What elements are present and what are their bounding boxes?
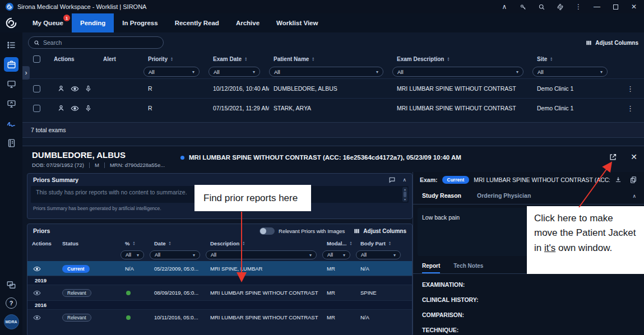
modality-filter[interactable]: All▾ bbox=[322, 250, 350, 259]
row-checkbox[interactable] bbox=[33, 105, 40, 112]
report-field-comparison: COMPARISON: bbox=[422, 312, 479, 318]
search-icon[interactable] bbox=[537, 2, 546, 11]
collapse-chevron-icon[interactable]: ∧ bbox=[632, 193, 636, 199]
relevant-priors-toggle[interactable] bbox=[260, 227, 275, 235]
sort-icon[interactable]: ▲▼ bbox=[349, 241, 352, 245]
viewer-monitor-icon[interactable] bbox=[4, 77, 18, 91]
search-input[interactable] bbox=[43, 39, 158, 46]
chevron-down-icon: ▾ bbox=[253, 69, 255, 75]
tab-pending[interactable]: Pending bbox=[72, 13, 114, 32]
prior-row-current[interactable]: Current N/A 05/22/2009, 05:0... MRI SPIN… bbox=[27, 261, 412, 276]
download-report-icon[interactable] bbox=[614, 176, 622, 184]
displays-icon[interactable] bbox=[4, 278, 18, 292]
tab-study-reason[interactable]: Study Reason bbox=[422, 192, 461, 204]
col-modality: Modal...▲▼ bbox=[322, 240, 356, 246]
view-prior-icon[interactable] bbox=[33, 314, 41, 322]
row-menu-icon[interactable]: ⋮ bbox=[617, 85, 644, 93]
col-exam-description: Exam Description▲▼ bbox=[392, 56, 532, 62]
tab-ordering-physician[interactable]: Ordering Physician bbox=[477, 192, 531, 204]
chevron-down-icon: ▾ bbox=[376, 69, 378, 75]
row-checkbox[interactable] bbox=[33, 85, 40, 92]
date-filter[interactable]: All▾ bbox=[150, 250, 200, 259]
row-menu-icon[interactable]: ⋮ bbox=[617, 104, 644, 113]
priority-filter[interactable]: All▾ bbox=[143, 67, 200, 77]
worklist-row[interactable]: R 10/12/2016, 10:40 AM DUMBLEDORE, ALBUS… bbox=[22, 78, 644, 98]
sirona-logo-icon[interactable] bbox=[5, 17, 17, 29]
search-box[interactable] bbox=[28, 36, 164, 49]
signature-icon[interactable] bbox=[4, 116, 18, 131]
sort-icon[interactable]: ▲▼ bbox=[242, 241, 245, 245]
browser-menu-icon[interactable]: ⋮ bbox=[574, 2, 583, 11]
help-icon[interactable]: ? bbox=[6, 297, 17, 309]
col-patient-name: Patient Name▲▼ bbox=[269, 56, 392, 62]
patient-name-filter[interactable]: All▾ bbox=[269, 67, 383, 77]
tab-tech-notes[interactable]: Tech Notes bbox=[453, 263, 483, 273]
collapse-chevron-icon[interactable]: ∧ bbox=[402, 177, 406, 183]
percent-filter[interactable]: All▾ bbox=[121, 250, 144, 259]
tab-report[interactable]: Report bbox=[422, 263, 440, 273]
sort-icon[interactable]: ▲▼ bbox=[447, 57, 450, 61]
copy-report-icon[interactable] bbox=[629, 176, 637, 184]
exam-date-filter[interactable]: All▾ bbox=[209, 67, 260, 77]
tab-label: Recently Read bbox=[175, 20, 219, 26]
tab-worklist-view[interactable]: Worklist View bbox=[268, 13, 326, 32]
view-prior-icon[interactable] bbox=[33, 289, 41, 297]
tab-in-progress[interactable]: In Progress bbox=[114, 13, 166, 32]
close-jacket-icon[interactable]: ✕ bbox=[631, 152, 637, 161]
sort-icon[interactable]: ▲▼ bbox=[132, 241, 135, 245]
sort-icon[interactable]: ▲▼ bbox=[170, 57, 173, 61]
scrollbar[interactable]: ▲▼ bbox=[402, 187, 407, 202]
body-part-filter[interactable]: All▾ bbox=[356, 250, 401, 259]
site-filter[interactable]: All▾ bbox=[532, 67, 608, 77]
extensions-icon[interactable] bbox=[555, 2, 564, 11]
sort-icon[interactable]: ▲▼ bbox=[550, 57, 553, 61]
my-queue-count-badge: 1 bbox=[63, 15, 70, 21]
modality-value: MR bbox=[322, 290, 356, 296]
adjust-columns-button[interactable]: Adjust Columns bbox=[586, 40, 638, 46]
description-filter[interactable]: All▾ bbox=[206, 250, 317, 259]
description-value: MRI LUMBAR SPINE WITHOUT CONTRAST bbox=[206, 314, 322, 320]
col-actions: Actions bbox=[49, 56, 103, 62]
select-all-checkbox[interactable] bbox=[33, 55, 40, 63]
dictate-mic-icon[interactable] bbox=[85, 85, 92, 92]
tab-my-queue[interactable]: My Queue 1 bbox=[24, 13, 72, 32]
worklist-row[interactable]: R 07/15/2021, 11:29 AM STARK, ARYA MRI L… bbox=[22, 98, 644, 118]
maximize-button[interactable] bbox=[611, 2, 620, 11]
exam-description-filter[interactable]: All▾ bbox=[392, 67, 523, 77]
sort-icon[interactable]: ▲▼ bbox=[169, 241, 172, 245]
view-exam-icon[interactable] bbox=[71, 85, 79, 93]
passwords-key-icon[interactable] bbox=[518, 2, 527, 11]
assign-user-icon[interactable] bbox=[57, 85, 65, 92]
close-button[interactable]: ✕ bbox=[629, 2, 638, 11]
share-screen-icon[interactable] bbox=[4, 96, 18, 111]
dictate-mic-icon[interactable] bbox=[85, 105, 92, 112]
sort-icon[interactable]: ▲▼ bbox=[312, 57, 314, 61]
mdra-avatar[interactable]: MDRA bbox=[4, 314, 19, 329]
sort-icon[interactable]: ▲▼ bbox=[388, 241, 391, 245]
percent-value: N/A bbox=[121, 266, 150, 272]
sort-icon[interactable]: ▲▼ bbox=[244, 57, 247, 61]
tab-recently-read[interactable]: Recently Read bbox=[166, 13, 228, 32]
priors-adjust-columns-button[interactable]: Adjust Columns bbox=[354, 228, 406, 234]
view-exam-icon[interactable] bbox=[71, 104, 79, 113]
assign-user-icon[interactable] bbox=[57, 104, 65, 112]
col-exam-date: Exam Date▲▼ bbox=[209, 56, 269, 62]
open-in-new-window-icon[interactable] bbox=[609, 153, 617, 161]
prior-row[interactable]: Relevant 08/09/2019, 05:0... MRI LUMBAR … bbox=[27, 285, 412, 300]
sidebar-expand-handle[interactable]: › bbox=[22, 66, 30, 80]
view-prior-icon[interactable] bbox=[33, 265, 41, 273]
col-alert: Alert bbox=[103, 56, 143, 62]
tab-archive[interactable]: Archive bbox=[228, 13, 268, 32]
chevron-down-icon: ▾ bbox=[193, 253, 195, 258]
worklist-icon[interactable] bbox=[4, 38, 18, 52]
col-priority: Priority▲▼ bbox=[143, 56, 209, 62]
priority-value: R bbox=[143, 105, 209, 111]
collapse-toolbar-icon[interactable]: ∧ bbox=[500, 2, 509, 11]
minimize-button[interactable]: — bbox=[592, 2, 601, 11]
patient-jacket-icon[interactable] bbox=[4, 57, 18, 72]
notes-icon[interactable] bbox=[4, 136, 18, 150]
feedback-comment-icon[interactable] bbox=[388, 176, 396, 184]
prior-row[interactable]: Relevant 10/11/2016, 05:0... MRI LUMBAR … bbox=[27, 309, 412, 325]
col-percent: %▲▼ bbox=[121, 240, 150, 246]
col-actions: Actions bbox=[27, 240, 58, 246]
